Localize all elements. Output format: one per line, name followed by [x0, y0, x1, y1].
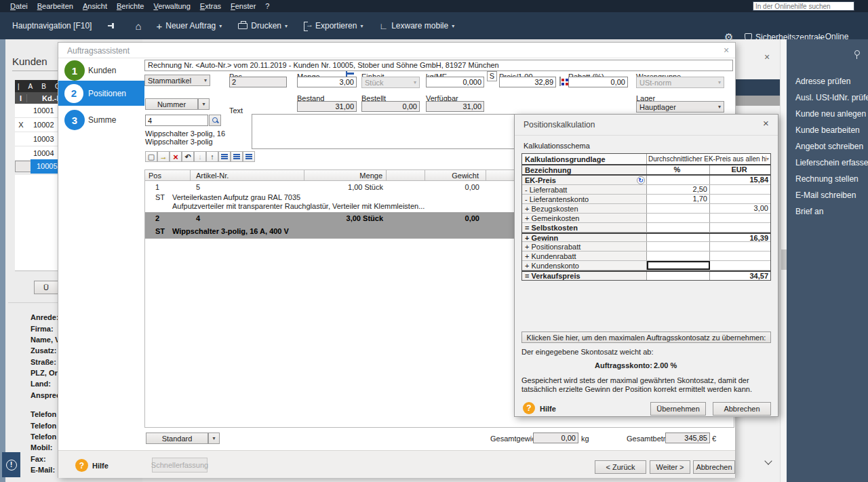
gesamtgewicht-input[interactable] — [533, 433, 578, 443]
percent-cell[interactable]: 1,70 — [647, 195, 710, 203]
notification-badge[interactable]: ! — [2, 452, 20, 477]
percent-cell[interactable] — [647, 176, 710, 184]
percent-cell[interactable] — [647, 252, 710, 260]
preis-input[interactable] — [499, 77, 556, 87]
menu-datei[interactable]: Datei — [5, 2, 33, 10]
neuer-auftrag-button[interactable]: + Neuer Auftrag ▾ — [156, 20, 222, 32]
menu-hilfe[interactable]: ? — [260, 2, 274, 10]
vertical-scrollbar[interactable] — [780, 39, 787, 482]
sidebar-item-kunde-neu-anlegen[interactable]: Kunde neu anlegen — [795, 109, 866, 119]
alpha-a[interactable]: A — [28, 83, 33, 90]
percent-cell[interactable] — [647, 242, 710, 251]
grundlage-select[interactable]: Durchschnittlicher EK-Preis aus allen hi… — [647, 154, 770, 164]
percent-cell[interactable] — [647, 234, 710, 241]
drucken-button[interactable]: Drucken ▾ — [238, 21, 288, 31]
sidebar-item-email-schreiben[interactable]: E-Mail schreiben — [795, 190, 856, 200]
close-icon[interactable]: × — [764, 52, 770, 62]
col-gewicht[interactable]: Gewicht — [425, 170, 486, 181]
menu-bearbeiten[interactable]: Bearbeiten — [33, 2, 78, 10]
chevron-down-icon[interactable] — [764, 457, 772, 464]
help-icon[interactable]: ? — [523, 402, 535, 414]
schnellerfassung-button[interactable]: Schnellerfassung — [152, 458, 208, 473]
new-position-icon[interactable]: ▢ — [145, 151, 157, 162]
weiter-button[interactable]: Weiter > — [650, 460, 690, 474]
eur-cell[interactable] — [710, 185, 770, 194]
onlinehilfe-search-input[interactable] — [753, 1, 854, 11]
rabatt-input[interactable] — [568, 77, 628, 87]
menu-verwaltung[interactable]: Verwaltung — [149, 2, 195, 10]
position-list-icon[interactable] — [243, 151, 255, 162]
menge-input[interactable] — [297, 77, 357, 87]
lexware-mobile-button[interactable]: ∟ Lexware mobile ▾ — [379, 21, 454, 31]
sidebar-item-rechnung-stellen[interactable]: Rechnung stellen — [795, 174, 859, 184]
indent-icon[interactable] — [218, 151, 231, 162]
eur-cell[interactable] — [710, 214, 770, 222]
undo-icon[interactable]: ↶ — [182, 151, 194, 162]
zurueck-button[interactable]: < Zurück — [595, 460, 646, 474]
gesamtbetrag-input[interactable] — [665, 433, 710, 443]
hilfe-label[interactable]: Hilfe — [92, 462, 108, 470]
nummer-button[interactable]: Nummer — [145, 98, 198, 110]
col-artikel-nr[interactable]: Artikel-Nr. — [191, 170, 304, 181]
home-icon[interactable]: ⌂ — [135, 20, 141, 32]
exportieren-button[interactable]: → Exportieren ▾ — [304, 21, 363, 31]
menu-berichte[interactable]: Berichte — [112, 2, 149, 10]
percent-cell[interactable] — [647, 214, 710, 222]
help-icon[interactable]: ? — [75, 459, 88, 472]
percent-cell[interactable]: 2,50 — [647, 185, 710, 194]
eur-cell[interactable] — [710, 242, 770, 251]
pin-icon[interactable] — [853, 50, 860, 60]
alpha-b[interactable]: B — [41, 83, 46, 90]
percent-cell[interactable] — [647, 204, 710, 213]
step-kunden[interactable]: 1 — [64, 60, 85, 81]
sidebar-item-adresse-pruefen[interactable]: Adresse prüfen — [795, 77, 850, 86]
step-1-label[interactable]: Kunden — [88, 66, 116, 75]
eur-cell[interactable]: 3,00 — [710, 204, 770, 213]
close-icon[interactable]: × — [763, 117, 769, 129]
standard-dropdown-button[interactable]: ▾ — [208, 433, 220, 444]
close-icon[interactable]: × — [720, 44, 732, 56]
artikelart-select[interactable]: Stammartikel ▾ — [144, 75, 210, 86]
bestand-input[interactable] — [297, 101, 357, 112]
table-row-description[interactable]: ST — [155, 193, 165, 201]
menu-ansicht[interactable]: Ansicht — [78, 2, 112, 10]
step-positionen[interactable]: 2 Positionen — [58, 81, 144, 106]
warengruppe-select[interactable]: USt-norm ▾ — [636, 77, 724, 88]
step-3-label[interactable]: Summe — [88, 115, 116, 125]
step-summe[interactable]: 3 — [64, 110, 85, 130]
einheit-select[interactable]: Stück ▾ — [361, 77, 420, 88]
eur-cell[interactable] — [710, 195, 770, 203]
move-down-icon[interactable]: ↓ — [194, 151, 206, 162]
sidebar-item-angebot-schreiben[interactable]: Angebot schreiben — [795, 142, 863, 151]
sidebar-item-brief-an[interactable]: Brief an — [795, 207, 823, 216]
calculator-icon[interactable] — [559, 77, 561, 86]
hilfe-label[interactable]: Hilfe — [540, 405, 556, 413]
s-flag-button[interactable]: S — [487, 71, 497, 81]
bestellt-input[interactable] — [361, 101, 420, 112]
lager-select[interactable]: Hauptlager ▾ — [636, 101, 724, 113]
col-menge[interactable]: Menge — [304, 170, 387, 181]
eur-cell[interactable] — [710, 252, 770, 260]
dialog-abbrechen-button[interactable]: Abbrechen — [713, 402, 771, 416]
hauptnavigation-button[interactable]: Hauptnavigation [F10] — [12, 21, 92, 31]
uebernehmen-partial-button[interactable]: Ü — [34, 281, 58, 294]
nummer-dropdown-button[interactable]: ▾ — [198, 98, 210, 110]
pos-input[interactable] — [229, 77, 287, 87]
col-pos[interactable]: Pos — [145, 170, 191, 181]
delete-position-icon[interactable]: × — [170, 151, 182, 162]
menu-fenster[interactable]: Fenster — [226, 2, 260, 10]
outdent-icon[interactable] — [231, 151, 243, 162]
standard-button[interactable]: Standard — [146, 433, 208, 444]
kgme-input[interactable] — [426, 77, 484, 87]
artikel-suche-button[interactable] — [209, 115, 221, 126]
sidebar-item-lieferschein-erfassen[interactable]: Lieferschein erfassen — [795, 158, 868, 167]
percent-cell-focused[interactable] — [647, 261, 710, 270]
eur-cell[interactable]: 16,39 — [710, 234, 770, 241]
refresh-icon[interactable]: ↻ — [637, 176, 645, 184]
scrollbar-thumb[interactable] — [781, 249, 787, 270]
eur-cell[interactable] — [710, 261, 770, 270]
move-up-icon[interactable]: ↑ — [206, 151, 218, 162]
abbrechen-button[interactable]: Abbrechen — [693, 460, 735, 474]
sidebar-item-kunde-bearbeiten[interactable]: Kunde bearbeiten — [795, 125, 860, 135]
pin-icon[interactable] — [108, 22, 117, 29]
